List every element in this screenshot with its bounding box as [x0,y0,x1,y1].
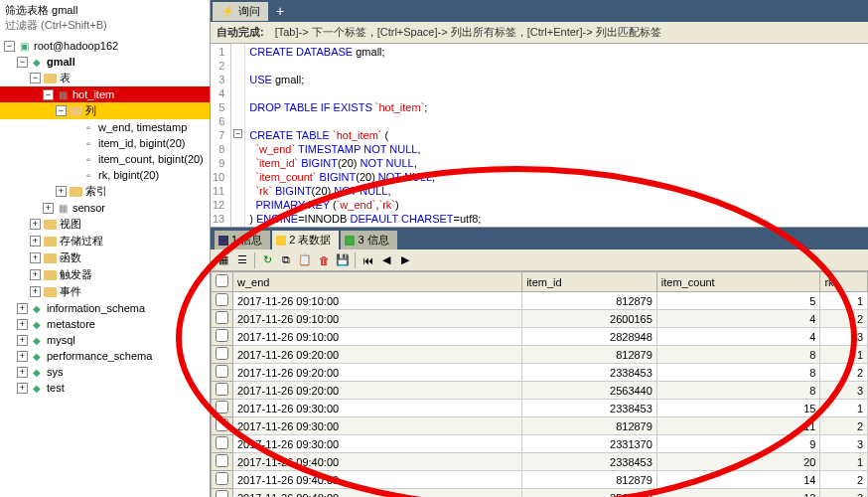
table-row[interactable]: 2017-11-26 09:40:00812879142 [212,471,868,489]
tree-db-perf[interactable]: +◆performance_schema [0,348,210,364]
database-icon: ◆ [30,381,44,395]
folder-icon [43,72,57,85]
col-rk[interactable]: rk [820,272,868,292]
table-row[interactable]: 2017-11-26 09:30:002338453151 [212,400,868,417]
table-row[interactable]: 2017-11-26 09:40:002563440123 [212,489,868,498]
database-icon: ◆ [30,349,44,363]
tree-folder-views[interactable]: +视图 [0,216,210,233]
folder-icon [43,251,57,265]
table-row[interactable]: 2017-11-26 09:20:0081287981 [212,346,868,364]
lightning-icon: ⚡ [220,5,234,18]
tab-add[interactable]: + [270,3,290,19]
tree-col-itemcount[interactable]: ▫item_count, bigint(20) [0,151,210,167]
table-row[interactable]: 2017-11-26 09:10:0081287951 [212,292,868,310]
info-icon [218,236,228,246]
tab-query[interactable]: ⚡询问 [213,2,268,21]
row-checkbox[interactable] [216,436,228,449]
result-tab-info2[interactable]: 3 信息 [341,231,396,249]
column-icon: ▫ [81,168,95,182]
tree-folder-tables[interactable]: −表 [0,70,210,86]
main-panel: ⚡询问 + 自动完成: [Tab]-> 下一个标签，[Ctrl+Space]->… [211,0,868,497]
left-title: 筛选表格 gmall [5,3,205,18]
row-checkbox[interactable] [216,401,228,414]
tree-db-mysql[interactable]: +◆mysql [0,332,210,348]
table-icon: ▦ [56,87,70,101]
col-item_count[interactable]: item_count [656,272,820,292]
row-checkbox[interactable] [216,454,228,467]
database-icon: ◆ [30,333,44,347]
col-item_id[interactable]: item_id [522,272,657,292]
tree-col-wend[interactable]: ▫w_end, timestamp [0,119,210,135]
result-toolbar: ▦ ☰ ↻ ⧉ 📋 🗑 💾 ⏮ ◀ ▶ [211,249,868,271]
tb-save[interactable]: 💾 [334,251,352,269]
tree-db-test[interactable]: +◆test [0,380,210,396]
row-checkbox[interactable] [216,293,228,306]
info-icon [345,236,355,246]
table-row[interactable]: 2017-11-26 09:30:00233137093 [212,435,868,453]
row-checkbox[interactable] [216,490,228,497]
table-row[interactable]: 2017-11-26 09:20:00256344083 [212,382,868,400]
tree-db-info[interactable]: +◆information_schema [0,300,210,316]
column-icon: ▫ [81,120,95,134]
result-tab-data[interactable]: 2 表数据 [272,231,339,249]
tree-folder-columns[interactable]: −列 [0,102,210,119]
object-tree[interactable]: −▣root@hadoop162 −◆gmall −表 −▦hot_item −… [0,36,210,497]
result-tab-bar: 1 信息 2 表数据 3 信息 [211,228,868,249]
tree-folder-events[interactable]: +事件 [0,283,210,300]
tb-form[interactable]: ☰ [233,251,251,269]
tree-db-meta[interactable]: +◆metastore [0,316,210,332]
result-tab-info1[interactable]: 1 信息 [215,231,270,249]
row-checkbox[interactable] [216,347,228,360]
tb-grid[interactable]: ▦ [215,251,232,269]
tree-col-rk[interactable]: ▫rk, bigint(20) [0,167,210,183]
autocomplete-hint: 自动完成: [Tab]-> 下一个标签，[Ctrl+Space]-> 列出所有标… [211,22,868,44]
row-checkbox[interactable] [216,311,228,324]
folder-icon [43,218,57,232]
tb-paste[interactable]: 📋 [296,251,314,269]
tree-db-sys[interactable]: +◆sys [0,364,210,380]
tree-root[interactable]: −▣root@hadoop162 [0,38,210,54]
tb-refresh[interactable]: ↻ [258,251,276,269]
tb-prev[interactable]: ◀ [377,251,395,269]
row-checkbox[interactable] [216,472,228,485]
folder-icon [43,268,57,282]
row-checkbox[interactable] [216,418,228,431]
tb-delete[interactable]: 🗑 [315,251,333,269]
select-all-checkbox[interactable] [216,274,228,287]
sql-editor[interactable]: 12345678910111213 − CREATE DATABASE gmal… [211,44,868,228]
tree-table-sensor[interactable]: +▦sensor [0,200,210,216]
server-icon: ▣ [17,39,31,53]
tree-folder-funcs[interactable]: +函数 [0,249,210,266]
table-row[interactable]: 2017-11-26 09:20:00233845382 [212,364,868,382]
tree-table-hot-item[interactable]: −▦hot_item [0,86,210,102]
tree-folder-index[interactable]: +索引 [0,183,210,200]
folder-icon [43,285,57,299]
col-w_end[interactable]: w_end [233,272,522,292]
table-data-icon [276,236,286,246]
tb-copy[interactable]: ⧉ [277,251,295,269]
tb-next[interactable]: ▶ [396,251,414,269]
database-icon: ◆ [30,301,44,315]
table-icon: ▦ [56,201,70,215]
tree-col-itemid[interactable]: ▫item_id, bigint(20) [0,135,210,151]
tree-folder-triggers[interactable]: +触发器 [0,266,210,283]
folder-icon [69,185,82,199]
folder-icon [69,104,82,118]
table-row[interactable]: 2017-11-26 09:10:00282894843 [212,328,868,346]
column-icon: ▫ [81,136,95,150]
filter-hint: 过滤器 (Ctrl+Shift+B) [5,18,205,33]
table-row[interactable]: 2017-11-26 09:40:002338453201 [212,453,868,471]
tree-folder-procs[interactable]: +存储过程 [0,233,210,249]
row-checkbox[interactable] [216,329,228,342]
editor-tab-bar: ⚡询问 + [211,0,868,22]
table-row[interactable]: 2017-11-26 09:10:00260016542 [212,310,868,328]
row-checkbox[interactable] [216,383,228,396]
column-icon: ▫ [81,152,95,166]
table-row[interactable]: 2017-11-26 09:30:00812879112 [212,417,868,435]
tree-db-gmall[interactable]: −◆gmall [0,54,210,70]
database-icon: ◆ [30,55,44,69]
data-grid[interactable]: w_enditem_iditem_countrk 2017-11-26 09:1… [211,271,868,497]
row-checkbox[interactable] [216,365,228,378]
sidebar: 筛选表格 gmall 过滤器 (Ctrl+Shift+B) −▣root@had… [0,0,211,497]
tb-first[interactable]: ⏮ [359,251,376,269]
